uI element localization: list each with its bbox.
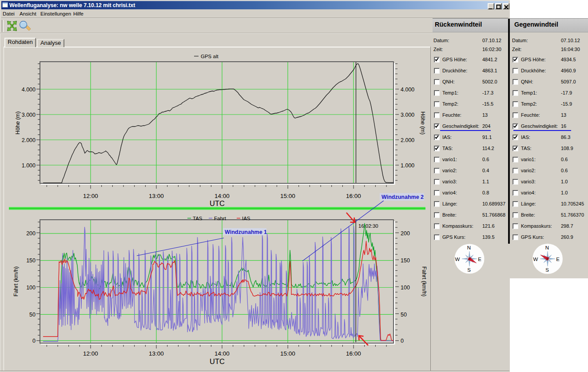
svg-text:N: N	[467, 245, 471, 250]
svg-text:E: E	[556, 257, 560, 262]
svg-text:S: S	[467, 267, 471, 273]
svg-text:W: W	[533, 257, 538, 262]
svg-text:E: E	[478, 257, 481, 262]
svg-text:S: S	[545, 267, 549, 273]
svg-text:W: W	[455, 257, 460, 262]
svg-text:N: N	[545, 245, 549, 250]
